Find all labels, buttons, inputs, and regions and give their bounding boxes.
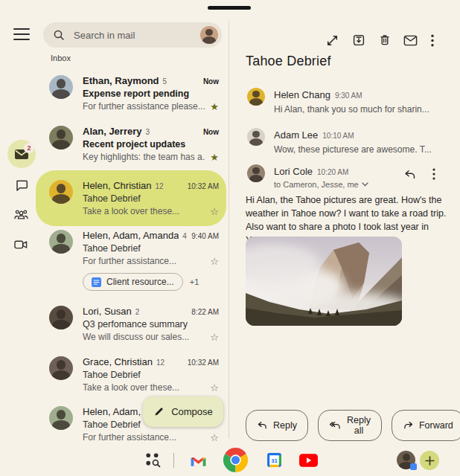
youtube-app-icon[interactable] [299, 454, 318, 467]
email-sender: Ethan, Raymond [83, 75, 159, 86]
plus-icon [425, 456, 435, 466]
email-subject: Tahoe Debrief [83, 243, 219, 254]
email-subject: Expense report pending [83, 89, 219, 99]
pane-divider [229, 21, 229, 439]
search-icon [53, 29, 65, 41]
email-count: 4 [182, 232, 187, 240]
reply-button[interactable]: Reply [246, 410, 308, 441]
star-icon[interactable]: ☆ [210, 332, 219, 342]
new-window-plus-button[interactable] [420, 451, 439, 470]
thread-message-collapsed[interactable]: Adam Lee10:10 AM Wow, these picturese ar… [247, 128, 453, 155]
archive-icon[interactable] [352, 33, 367, 48]
menu-icon[interactable] [13, 28, 30, 40]
chevron-down-icon [362, 182, 368, 187]
email-list-item[interactable]: Lori, Susan28:22 AM Q3 perfomance summar… [36, 303, 226, 345]
email-snippet: For further assistance... [83, 256, 205, 266]
star-icon[interactable]: ★ [210, 152, 219, 162]
star-icon[interactable]: ★ [210, 102, 219, 112]
sender-avatar [49, 356, 73, 380]
message-more-options-icon[interactable] [432, 168, 440, 180]
svg-text:31: 31 [271, 457, 278, 464]
attachment-chip-label: Client resource... [106, 277, 174, 287]
email-list-item[interactable]: Helen, Adam, Amanda49:40 AM Tahoe Debrie… [36, 227, 226, 294]
document-icon [92, 277, 101, 287]
attachment-photo-yosemite[interactable] [246, 237, 402, 326]
expand-icon[interactable] [326, 33, 341, 48]
reply-arrow-icon [257, 421, 268, 430]
email-list-item[interactable]: Grace, Christian1210:32 AM Tahoe Debrief… [36, 353, 226, 396]
sidebar-item-chat[interactable] [15, 178, 28, 192]
email-time: 10:32 AM [188, 182, 219, 190]
unread-badge: 2 [24, 143, 34, 153]
email-count: 2 [135, 308, 140, 316]
email-time: 8:22 AM [191, 308, 219, 316]
thread-message-expanded[interactable]: Lori Cole10:20 AM to Cameron, Jesse, me [247, 164, 396, 189]
compose-label: Compose [171, 406, 213, 417]
email-subject: Recent project updates [83, 139, 219, 149]
search-input[interactable] [72, 29, 193, 42]
star-icon[interactable]: ☆ [210, 257, 219, 266]
taskbar-profile-avatar[interactable] [397, 451, 415, 469]
chat-icon [15, 178, 28, 192]
sender-avatar [247, 164, 265, 182]
message-time: 10:20 AM [317, 168, 348, 176]
star-icon[interactable]: ☆ [210, 383, 219, 393]
email-time: Now [203, 77, 219, 86]
sender-avatar [49, 75, 73, 99]
sender-avatar [247, 128, 265, 146]
email-count: 12 [156, 182, 164, 190]
forward-button[interactable]: Forward [392, 410, 460, 441]
attachment-extra-count: +1 [190, 277, 199, 286]
message-time: 9:30 AM [335, 91, 362, 100]
thread-message-collapsed[interactable]: Helen Chang9:30 AM Hi Alan, thank you so… [247, 88, 453, 115]
sender-avatar [49, 230, 73, 254]
email-snippet: For further assistance... [83, 432, 205, 443]
message-time: 10:10 AM [322, 132, 354, 140]
chat-notification-badge [410, 463, 417, 470]
sender-avatar [49, 306, 73, 329]
email-time: 9:40 AM [191, 232, 219, 240]
message-snippet: Hi Alan, thank you so much for sharin... [274, 104, 429, 115]
message-sender: Helen Chang [274, 89, 330, 100]
star-icon[interactable]: ☆ [210, 433, 219, 443]
reply-all-arrow-icon [329, 421, 342, 430]
email-time: 10:32 AM [188, 358, 219, 367]
camera-notch [208, 6, 251, 10]
more-options-icon[interactable] [431, 33, 440, 48]
sidebar-item-meet[interactable] [14, 239, 28, 250]
thread-title: Tahoe Debrief [246, 54, 331, 69]
sender-avatar [49, 180, 73, 204]
email-snippet: Take a look over these... [83, 206, 205, 216]
reply-all-button[interactable]: Reply all [318, 410, 382, 441]
email-list-item[interactable]: Ethan, Raymond5Now Expense report pendin… [36, 72, 226, 115]
calendar-app-icon[interactable]: 31 [266, 452, 282, 468]
sidebar-item-spaces[interactable] [13, 209, 29, 220]
email-sender: Helen, Christian [83, 180, 152, 191]
search-bar[interactable] [43, 22, 222, 48]
video-camera-icon [14, 239, 28, 250]
pencil-icon [153, 406, 164, 417]
email-list-item[interactable]: Alan, Jerrery3Now Recent project updates… [36, 123, 226, 165]
message-snippet: Wow, these picturese are awesome. T... [274, 144, 432, 155]
delete-icon[interactable] [378, 33, 393, 48]
app-search-icon[interactable] [144, 451, 162, 469]
sender-avatar [49, 406, 73, 430]
email-sender: Lori, Susan [83, 306, 132, 317]
attachment-chip[interactable]: Client resource... [83, 273, 183, 291]
reply-icon[interactable] [403, 169, 417, 181]
email-snippet: Key highlights: the team has a... [83, 152, 205, 162]
star-icon[interactable]: ☆ [210, 207, 219, 216]
forward-arrow-icon [403, 421, 414, 430]
email-time: Now [203, 128, 219, 136]
chrome-app-icon[interactable] [223, 448, 248, 472]
gmail-app-icon[interactable] [190, 454, 207, 467]
profile-avatar[interactable] [200, 26, 218, 44]
email-subject: Tahoe Debrief [83, 370, 219, 380]
email-count: 5 [163, 77, 167, 86]
compose-button[interactable]: Compose [143, 396, 223, 427]
sender-avatar [247, 88, 265, 106]
mark-unread-icon[interactable] [403, 33, 418, 48]
email-list-item-selected[interactable]: Helen, Christian1210:32 AM Tahoe Debrief… [36, 170, 226, 226]
sidebar-item-mail[interactable]: 2 [7, 140, 36, 168]
message-recipients[interactable]: to Cameron, Jesse, me [274, 180, 368, 189]
